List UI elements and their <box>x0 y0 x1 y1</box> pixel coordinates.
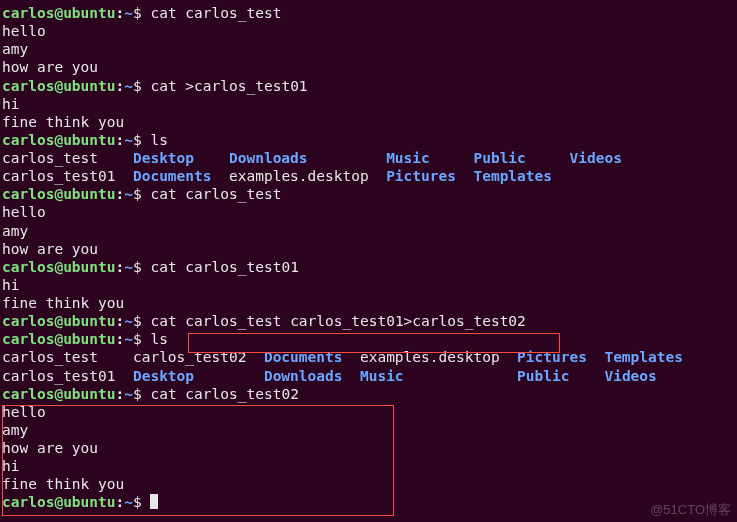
output-line: hello <box>2 403 735 421</box>
dir-documents: Documents <box>264 349 343 365</box>
dir-music: Music <box>360 368 404 384</box>
terminal[interactable]: carlos@ubuntu:~$ cat carlos_test hello a… <box>2 4 735 512</box>
prompt-line-active[interactable]: carlos@ubuntu:~$ <box>2 493 735 511</box>
prompt-line-highlighted: carlos@ubuntu:~$ cat carlos_test02 <box>2 385 735 403</box>
prompt-line: carlos@ubuntu:~$ cat carlos_test <box>2 185 735 203</box>
dir-documents: Documents <box>133 168 212 184</box>
command-text: cat carlos_test <box>150 186 281 202</box>
output-line: how are you <box>2 240 735 258</box>
output-line: fine think you <box>2 113 735 131</box>
dir-desktop: Desktop <box>133 150 194 166</box>
output-line: hello <box>2 203 735 221</box>
dir-pictures: Pictures <box>517 349 587 365</box>
prompt-line: carlos@ubuntu:~$ ls <box>2 131 735 149</box>
dir-templates: Templates <box>473 168 552 184</box>
dir-pictures: Pictures <box>386 168 456 184</box>
output-line: fine think you <box>2 475 735 493</box>
dir-downloads: Downloads <box>264 368 343 384</box>
prompt-line: carlos@ubuntu:~$ cat >carlos_test01 <box>2 77 735 95</box>
output-line: hi <box>2 95 735 113</box>
output-line: amy <box>2 421 735 439</box>
prompt-line: carlos@ubuntu:~$ ls <box>2 330 735 348</box>
file-examples: examples.desktop <box>360 349 517 365</box>
ls-row: carlos_test Desktop Downloads Music Publ… <box>2 149 735 167</box>
prompt-path: ~ <box>124 5 133 21</box>
watermark-text: @51CTO博客 <box>650 502 731 518</box>
output-line: hi <box>2 457 735 475</box>
dir-desktop: Desktop <box>133 368 194 384</box>
output-line: how are you <box>2 58 735 76</box>
cursor-block <box>150 494 158 509</box>
prompt-host: ubuntu <box>63 5 115 21</box>
prompt-dollar: $ <box>133 5 150 21</box>
file-examples: examples.desktop <box>229 168 386 184</box>
command-text: ls <box>150 132 167 148</box>
output-line: hello <box>2 22 735 40</box>
dir-templates: Templates <box>604 349 683 365</box>
command-text: cat carlos_test <box>150 5 281 21</box>
output-line: how are you <box>2 439 735 457</box>
prompt-line: carlos@ubuntu:~$ cat carlos_test01 <box>2 258 735 276</box>
dir-videos: Videos <box>570 150 622 166</box>
file-carlostest02: carlos_test02 <box>133 349 264 365</box>
output-line: fine think you <box>2 294 735 312</box>
prompt-line: carlos@ubuntu:~$ cat carlos_test <box>2 4 735 22</box>
dir-music: Music <box>386 150 430 166</box>
command-text: cat carlos_test02 <box>150 386 298 402</box>
ls-row: carlos_test01 Desktop Downloads Music Pu… <box>2 367 735 385</box>
command-text: ls <box>150 331 167 347</box>
dir-public: Public <box>473 150 525 166</box>
command-text: cat carlos_test carlos_test01>carlos_tes… <box>150 313 525 329</box>
prompt-line-highlighted: carlos@ubuntu:~$ cat carlos_test carlos_… <box>2 312 735 330</box>
ls-row: carlos_test01 Documents examples.desktop… <box>2 167 735 185</box>
output-line: amy <box>2 222 735 240</box>
prompt-user: carlos <box>2 5 54 21</box>
command-text: cat >carlos_test01 <box>150 78 307 94</box>
output-line: amy <box>2 40 735 58</box>
prompt-colon: : <box>116 5 125 21</box>
dir-public: Public <box>517 368 569 384</box>
prompt-at: @ <box>54 5 63 21</box>
dir-videos: Videos <box>604 368 656 384</box>
ls-row: carlos_test carlos_test02 Documents exam… <box>2 348 735 366</box>
command-text: cat carlos_test01 <box>150 259 298 275</box>
dir-downloads: Downloads <box>229 150 308 166</box>
output-line: hi <box>2 276 735 294</box>
